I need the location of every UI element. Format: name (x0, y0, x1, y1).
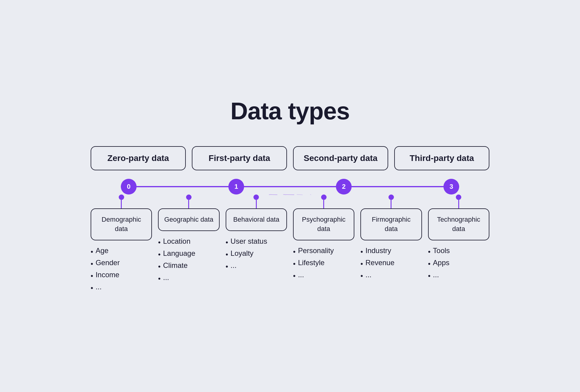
sub-box-5: Technographic data (428, 208, 489, 240)
bullet-item: •... (428, 271, 489, 280)
bullet-item: •Climate (158, 261, 219, 271)
sub-column-1: Geographic data•Location•Language•Climat… (158, 194, 219, 295)
bullet-item: •... (91, 283, 152, 292)
sub-dot-3 (321, 194, 327, 200)
sub-column-4: Firmographic data•Industry•Revenue•... (360, 194, 422, 295)
sub-box-0: Demographic data (91, 208, 152, 240)
bullet-list-3: •Personality•Lifestyle•... (293, 246, 354, 283)
bullet-item: •... (226, 261, 287, 271)
bullet-item: •Personality (293, 246, 354, 256)
bullet-item: •Revenue (360, 259, 422, 268)
bullet-item: •Apps (428, 259, 489, 268)
bullet-item: •Industry (360, 246, 422, 256)
subtypes-section: Demographic data•Age•Gender•Income•...Ge… (91, 194, 489, 295)
sub-dot-1 (186, 194, 192, 200)
page-title: Data types (91, 97, 489, 125)
timeline-node-2: 2 (336, 179, 352, 194)
sub-column-0: Demographic data•Age•Gender•Income•... (91, 194, 152, 295)
bullet-item: •Lifestyle (293, 259, 354, 268)
sub-cols-row: Demographic data•Age•Gender•Income•...Ge… (91, 194, 489, 295)
sub-column-5: Technographic data•Tools•Apps•... (428, 194, 489, 295)
bullet-list-0: •Age•Gender•Income•... (91, 246, 152, 295)
sub-box-4: Firmographic data (360, 208, 422, 240)
sub-box-1: Geographic data (158, 208, 219, 231)
party-box-zero: Zero-party data (91, 146, 186, 170)
sub-column-3: Psychographic data•Personality•Lifestyle… (293, 194, 354, 295)
party-row: Zero-party data First-party data Second-… (91, 146, 489, 170)
party-box-third: Third-party data (394, 146, 489, 170)
bullet-item: •Tools (428, 246, 489, 256)
bullet-item: •... (360, 271, 422, 280)
sub-dot-0 (119, 194, 124, 200)
bullet-item: •Language (158, 249, 219, 259)
timeline-line (121, 186, 459, 187)
bullet-item: •Loyalty (226, 249, 287, 259)
bullet-item: •Income (91, 271, 152, 280)
sub-dot-5 (456, 194, 461, 200)
timeline-section: 0 1 2 3 (100, 170, 480, 194)
timeline-line-row: 0 1 2 3 (100, 179, 480, 194)
sub-column-2: Behavioral data•User status•Loyalty•... (226, 194, 287, 295)
main-container: Data types Zero-party data First-party d… (79, 79, 501, 313)
bullet-item: •Location (158, 237, 219, 247)
bullet-list-5: •Tools•Apps•... (428, 246, 489, 283)
timeline-node-0: 0 (121, 179, 137, 194)
bullet-item: •... (293, 271, 354, 280)
timeline-node-3: 3 (443, 179, 459, 194)
bullet-list-1: •Location•Language•Climate•... (158, 237, 219, 285)
sub-dot-4 (388, 194, 394, 200)
bullet-item: •... (158, 273, 219, 283)
timeline-node-1: 1 (228, 179, 244, 194)
bullet-item: •Gender (91, 259, 152, 268)
sub-box-3: Psychographic data (293, 208, 354, 240)
sub-box-2: Behavioral data (226, 208, 287, 231)
party-box-second: Second-party data (293, 146, 388, 170)
sub-dot-2 (253, 194, 259, 200)
bullet-list-2: •User status•Loyalty•... (226, 237, 287, 273)
bullet-item: •Age (91, 246, 152, 256)
bullet-list-4: •Industry•Revenue•... (360, 246, 422, 283)
party-box-first: First-party data (192, 146, 287, 170)
bullet-item: •User status (226, 237, 287, 247)
